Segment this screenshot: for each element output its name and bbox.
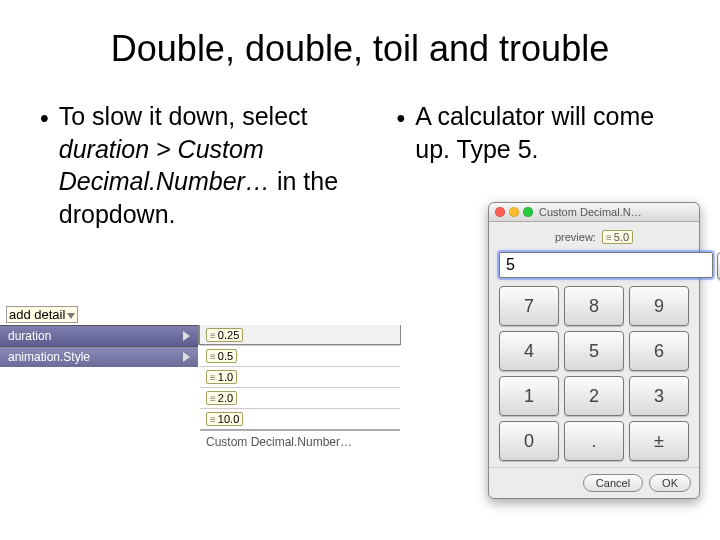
- duration-submenu: 0.25 0.5 1.0 2.0 10.0 Custom Decimal.Num…: [199, 325, 401, 345]
- menu-item-duration[interactable]: duration: [0, 325, 198, 346]
- zoom-icon[interactable]: [523, 207, 533, 217]
- key-8[interactable]: 8: [564, 286, 624, 326]
- window-title-text: Custom Decimal.N…: [539, 206, 642, 218]
- submenu-option[interactable]: 1.0: [200, 366, 400, 387]
- label: animation.Style: [8, 350, 90, 364]
- add-detail-dropdown[interactable]: add detail: [6, 306, 78, 323]
- preview-value: 5.0: [602, 230, 633, 244]
- label: duration: [8, 329, 51, 343]
- key-7[interactable]: 7: [499, 286, 559, 326]
- calculator-input[interactable]: [499, 252, 713, 278]
- calculator-screenshot: Custom Decimal.N… preview: 5.0 ← 7 8 9 4…: [488, 202, 700, 499]
- submenu-custom-decimal[interactable]: Custom Decimal.Number…: [200, 429, 400, 453]
- submenu-option[interactable]: 2.0: [200, 387, 400, 408]
- submenu-option[interactable]: 0.25: [200, 325, 400, 345]
- calculator-window: Custom Decimal.N… preview: 5.0 ← 7 8 9 4…: [488, 202, 700, 499]
- right-bullet: • A calculator will come up. Type 5.: [397, 100, 681, 165]
- ok-button[interactable]: OK: [649, 474, 691, 492]
- add-detail-label: add detail: [9, 307, 65, 322]
- value-token: 0.5: [206, 349, 237, 363]
- left-column: • To slow it down, select duration > Cus…: [40, 100, 397, 230]
- right-bullet-text: A calculator will come up. Type 5.: [415, 100, 680, 165]
- value-token: 2.0: [206, 391, 237, 405]
- minimize-icon[interactable]: [509, 207, 519, 217]
- property-panel: duration animation.Style: [0, 325, 199, 345]
- text-span: To slow it down, select: [59, 102, 308, 130]
- emphasis-span: duration > Custom Decimal.Number…: [59, 135, 270, 196]
- close-icon[interactable]: [495, 207, 505, 217]
- menu-item-animation-style[interactable]: animation.Style: [0, 346, 198, 367]
- submenu-option[interactable]: 0.5: [200, 345, 400, 366]
- key-plusminus[interactable]: ±: [629, 421, 689, 461]
- left-bullet: • To slow it down, select duration > Cus…: [40, 100, 387, 230]
- value-token: 1.0: [206, 370, 237, 384]
- chevron-right-icon: [183, 352, 190, 362]
- keypad: 7 8 9 4 5 6 1 2 3 0 . ±: [499, 286, 689, 461]
- preview-label: preview:: [555, 231, 596, 243]
- key-3[interactable]: 3: [629, 376, 689, 416]
- bullet-dot-icon: •: [397, 102, 406, 165]
- window-titlebar: Custom Decimal.N…: [489, 203, 699, 222]
- slide-title: Double, double, toil and trouble: [0, 28, 720, 70]
- chevron-right-icon: [183, 331, 190, 341]
- key-2[interactable]: 2: [564, 376, 624, 416]
- key-1[interactable]: 1: [499, 376, 559, 416]
- value-token: 10.0: [206, 412, 243, 426]
- key-4[interactable]: 4: [499, 331, 559, 371]
- dialog-footer: Cancel OK: [489, 467, 699, 498]
- key-6[interactable]: 6: [629, 331, 689, 371]
- left-bullet-text: To slow it down, select duration > Custo…: [59, 100, 387, 230]
- key-5[interactable]: 5: [564, 331, 624, 371]
- chevron-down-icon: [67, 313, 75, 319]
- cancel-button[interactable]: Cancel: [583, 474, 643, 492]
- key-decimal[interactable]: .: [564, 421, 624, 461]
- bullet-dot-icon: •: [40, 102, 49, 230]
- preview-row: preview: 5.0: [499, 230, 689, 244]
- key-0[interactable]: 0: [499, 421, 559, 461]
- alice-menu-screenshot: add detail duration animation.Style 0.25…: [0, 305, 410, 345]
- traffic-lights: [495, 207, 533, 217]
- submenu-option[interactable]: 10.0: [200, 408, 400, 429]
- key-9[interactable]: 9: [629, 286, 689, 326]
- value-token: 0.25: [206, 328, 243, 342]
